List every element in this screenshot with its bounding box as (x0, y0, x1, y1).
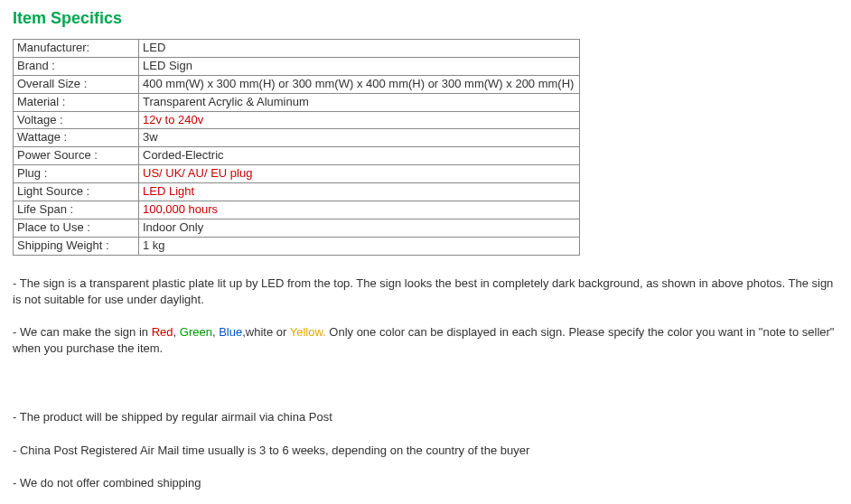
p2-prefix: - We can make the sign in (13, 325, 152, 339)
table-row: Wattage :3w (14, 129, 580, 147)
color-option-red: Red (152, 325, 173, 339)
spec-label: Plug : (14, 165, 139, 183)
spec-label: Brand : (14, 57, 139, 75)
table-row: Plug :US/ UK/ AU/ EU plug (14, 165, 580, 183)
spec-value: LED (139, 40, 580, 58)
color-option-green: Green (180, 325, 212, 339)
spec-value: Indoor Only (139, 219, 580, 237)
table-row: Material :Transparent Acrylic & Aluminum (14, 93, 580, 111)
spec-value: LED Sign (139, 57, 580, 75)
spec-value: Transparent Acrylic & Aluminum (139, 93, 580, 111)
spec-value: LED Light (139, 183, 580, 201)
color-option-yellow: Yellow. (290, 325, 326, 339)
table-row: Place to Use :Indoor Only (14, 219, 580, 237)
spec-value: Corded-Electric (139, 147, 580, 165)
spec-label: Life Span : (14, 201, 139, 219)
desc-para-2: - We can make the sign in Red, Green, Bl… (13, 324, 838, 357)
desc-para-1: - The sign is a transparent plastic plat… (13, 275, 838, 308)
spec-value: 400 mm(W) x 300 mm(H) or 300 mm(W) x 400… (139, 75, 580, 93)
table-row: Manufacturer:LED (14, 40, 580, 58)
ship-para-3: - We do not offer combined shipping (13, 475, 838, 491)
table-row: Light Source :LED Light (14, 183, 580, 201)
spec-value: 100,000 hours (139, 201, 580, 219)
spec-label: Wattage : (14, 129, 139, 147)
spec-label: Place to Use : (14, 219, 139, 237)
spec-label: Material : (14, 93, 139, 111)
spec-value: 12v to 240v (139, 111, 580, 129)
color-option-blue: Blue (219, 325, 242, 339)
spec-label: Overall Size : (14, 75, 139, 93)
table-row: Shipping Weight :1 kg (14, 237, 580, 255)
spec-label: Shipping Weight : (14, 237, 139, 255)
spec-value: 1 kg (139, 237, 580, 255)
ship-para-1: - The product will be shipped by regular… (13, 409, 838, 425)
sep: , (173, 325, 180, 339)
spec-label: Manufacturer: (14, 40, 139, 58)
spec-label: Light Source : (14, 183, 139, 201)
ship-para-2: - China Post Registered Air Mail time us… (13, 443, 838, 459)
spec-label: Voltage : (14, 111, 139, 129)
p2-mid: ,white or (242, 325, 290, 339)
spec-value: 3w (139, 129, 580, 147)
spec-label: Power Source : (14, 147, 139, 165)
table-row: Power Source :Corded-Electric (14, 147, 580, 165)
specs-table: Manufacturer:LEDBrand :LED SignOverall S… (13, 39, 580, 256)
table-row: Life Span :100,000 hours (14, 201, 580, 219)
table-row: Overall Size :400 mm(W) x 300 mm(H) or 3… (14, 75, 580, 93)
table-row: Brand :LED Sign (14, 57, 580, 75)
section-heading: Item Specifics (13, 9, 838, 28)
table-row: Voltage :12v to 240v (14, 111, 580, 129)
spec-value: US/ UK/ AU/ EU plug (139, 165, 580, 183)
